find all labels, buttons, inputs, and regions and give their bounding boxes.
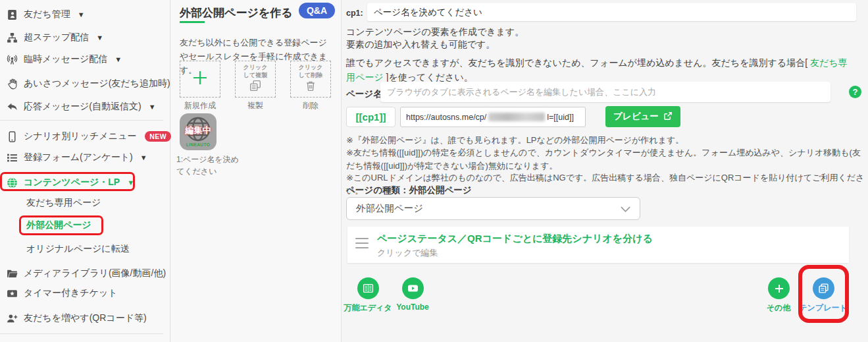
- chevron-down-icon: ▼: [115, 55, 122, 63]
- sidebar-item-label: 友だちを増やす(QRコード等): [24, 312, 147, 324]
- chevron-down-icon: ▼: [149, 103, 156, 111]
- section-title: ページステータス／QRコードごとに登録先シナリオを分ける: [377, 233, 653, 245]
- sidebar-item-label: 友だち専用ページ: [26, 197, 101, 209]
- page-title-input[interactable]: [367, 3, 856, 21]
- tool-label: YouTube: [396, 302, 429, 312]
- action-label: 削除: [290, 100, 331, 111]
- cp1-tag-button[interactable]: [[cp1]]: [346, 107, 396, 127]
- copy-icon: [249, 80, 261, 94]
- folder-icon: [7, 268, 18, 279]
- sidebar-item-public-page[interactable]: 外部公開ページ: [26, 217, 91, 234]
- access-notice: 誰でもアクセスできますが、友だちを識別できないため、フォームが埋め込めません。友…: [346, 56, 849, 84]
- duplicate-button[interactable]: クリックして複製 複製: [235, 61, 276, 111]
- action-hint: クリックして複製: [242, 64, 269, 79]
- sidebar-item-label: メディアライブラリ(画像/動画/他): [24, 268, 166, 279]
- delete-button[interactable]: クリックして削除 削除: [290, 61, 331, 111]
- panel-title: 外部公開ページを作る: [180, 5, 293, 20]
- sidebar-item-label: タイマー付きチケット: [24, 287, 118, 299]
- help-icon[interactable]: ?: [849, 86, 861, 98]
- chevron-down-icon: ▼: [78, 11, 85, 18]
- list-icon: [7, 152, 18, 163]
- description-line1: コンテンツページの要素を作成できます。: [346, 26, 524, 38]
- url-redacted-segment: [488, 113, 545, 121]
- sitemap-icon: [7, 32, 18, 43]
- ticket-star-icon: [7, 288, 18, 299]
- section-subtitle: クリックで編集: [377, 247, 438, 259]
- scenario-section-card[interactable]: ページステータス／QRコードごとに登録先シナリオを分ける クリックで編集: [347, 227, 849, 263]
- sidebar-divider: [0, 120, 163, 121]
- new-badge: NEW: [145, 131, 171, 142]
- sidebar-item-label: 友だち管理: [24, 9, 70, 20]
- editor-main: cp1: コンテンツページの要素を作成できます。 要素の追加や入れ替えも可能です…: [342, 0, 868, 342]
- page-url-field[interactable]: https://autosns.me/cp/l=[[uid]]: [400, 107, 586, 127]
- sidebar-item-label: 登録フォーム(アンケート): [24, 152, 133, 163]
- chevron-down-icon: ▼: [140, 154, 147, 161]
- chevron-down-icon: ▼: [127, 179, 134, 186]
- qa-button[interactable]: Q&A: [299, 3, 335, 18]
- url-suffix: l=[[uid]]: [547, 113, 574, 122]
- sidebar-item-step-delivery[interactable]: 超ステップ配信 ▼: [7, 29, 103, 46]
- sidebar-item-increase-friends[interactable]: 友だちを増やす(QRコード等): [7, 310, 147, 327]
- tool-label: テンプレート: [799, 302, 847, 314]
- action-hint: クリックして削除: [297, 64, 324, 79]
- sidebar: 友だち管理 ▼ 超ステップ配信 ▼ 臨時メッセージ配信 ▼ あいさつメッセージ(…: [0, 0, 170, 342]
- create-new-button[interactable]: 新規作成: [180, 61, 220, 111]
- sidebar-item-auto-reply[interactable]: 応答メッセージ(自動返信文) ▼: [7, 98, 156, 115]
- sidebar-item-label: 外部公開ページ: [26, 219, 91, 231]
- sidebar-item-label: シナリオ別リッチメニュー: [24, 130, 136, 142]
- plus-icon: [191, 69, 209, 90]
- tool-label: その他: [767, 302, 791, 314]
- youtube-icon[interactable]: [402, 277, 424, 299]
- page-type-select[interactable]: 外部公開ページ: [346, 197, 640, 220]
- action-label: 複製: [235, 100, 276, 111]
- brand-label: LINEAUTO: [180, 142, 217, 147]
- note-line: ※『外部公開ページ』は、誰でも見られます。LPなどの外部公開用ページが作れます。: [346, 134, 867, 147]
- external-link-icon: [663, 111, 673, 123]
- reply-arrow-icon: [7, 101, 18, 113]
- smartphone-icon: [7, 131, 18, 142]
- editing-status-overlay: 編集中: [180, 125, 217, 136]
- page-thumbnail-caption: 1:ページ名を決めてください: [176, 154, 243, 177]
- preview-button[interactable]: プレビュー: [605, 106, 680, 127]
- sidebar-item-label: あいさつメッセージ(友だち追加時): [24, 78, 170, 90]
- url-prefix: https://autosns.me/cp/: [406, 113, 486, 122]
- action-label: 新規作成: [180, 100, 220, 111]
- trash-icon: [305, 80, 317, 94]
- broadcast-icon: [7, 54, 18, 65]
- tool-label: 万能エディタ: [344, 302, 392, 314]
- chevron-down-icon: ▼: [96, 34, 103, 42]
- sidebar-item-timer-ticket[interactable]: タイマー付きチケット: [7, 285, 118, 302]
- drag-handle-icon[interactable]: [355, 238, 369, 248]
- sidebar-item-registration-form[interactable]: 登録フォーム(アンケート) ▼: [7, 149, 147, 166]
- sidebar-item-greeting-message[interactable]: あいさつメッセージ(友だち追加時): [7, 75, 170, 92]
- editor-icon[interactable]: [357, 277, 379, 299]
- sidebar-divider: [0, 333, 163, 334]
- hand-icon: [7, 78, 18, 90]
- sidebar-item-temporary-message[interactable]: 臨時メッセージ配信 ▼: [7, 51, 122, 68]
- sidebar-item-label: 臨時メッセージ配信: [24, 53, 107, 65]
- description-line2: 要素の追加や入れ替えも可能です。: [346, 39, 495, 51]
- note-line: ※友だち情報([[uid]])の特定を必須としませんので、カウントダウンタイマー…: [346, 146, 867, 172]
- sidebar-item-media-library[interactable]: メディアライブラリ(画像/動画/他): [7, 265, 166, 282]
- app-window: 友だち管理 ▼ 超ステップ配信 ▼ 臨時メッセージ配信 ▼ あいさつメッセージ(…: [0, 0, 868, 342]
- title-underline: [180, 21, 205, 23]
- cp1-label: cp1:: [346, 9, 363, 18]
- page-thumbnail[interactable]: 編集中 LINEAUTO: [180, 113, 217, 150]
- globe-icon: [7, 177, 18, 188]
- page-type-label: ページの種類：外部公開ページ: [346, 185, 472, 196]
- address-book-icon: [7, 9, 18, 20]
- sidebar-item-rich-menu[interactable]: シナリオ別リッチメニュー NEW: [7, 128, 171, 145]
- sidebar-item-content-page-lp[interactable]: コンテンツページ・LP ▼: [7, 174, 134, 191]
- plus-icon[interactable]: [768, 277, 790, 299]
- sidebar-item-friend-management[interactable]: 友だち管理 ▼: [7, 6, 85, 23]
- sidebar-item-friends-only-page[interactable]: 友だち専用ページ: [26, 194, 101, 212]
- template-copy-icon[interactable]: [813, 277, 834, 299]
- sidebar-item-label: 応答メッセージ(自動返信文): [24, 101, 141, 113]
- sidebar-item-original-page-redirect[interactable]: オリジナルページに転送: [26, 241, 130, 258]
- sidebar-item-label: オリジナルページに転送: [26, 243, 130, 255]
- public-page-panel: 外部公開ページを作る Q&A 友だち以外にも公開できる登録ページやセールスレター…: [171, 0, 342, 342]
- chevron-down-icon: [621, 204, 630, 214]
- sidebar-item-label: コンテンツページ・LP: [24, 177, 120, 188]
- page-name-input[interactable]: [380, 82, 830, 102]
- sidebar-item-label: 超ステップ配信: [24, 32, 89, 43]
